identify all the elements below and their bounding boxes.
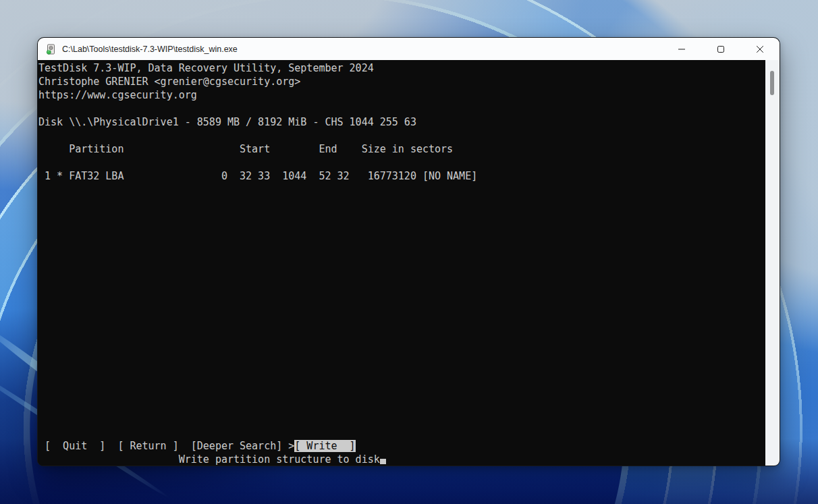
maximize-icon — [717, 45, 725, 53]
console-author-line: Christophe GRENIER <grenier@cgsecurity.o… — [38, 75, 765, 88]
status-line: Write partition structure to disk — [38, 453, 765, 466]
desktop-wallpaper: C:\Lab\Tools\testdisk-7.3-WIP\testdisk_w… — [0, 0, 818, 504]
console-text: TestDisk 7.3-WIP, Data Recovery Utility,… — [38, 60, 765, 183]
console-menu-area: [ Quit ] [ Return ] [Deeper Search] >[ W… — [38, 439, 765, 466]
disk-info-line: Disk \\.\PhysicalDrive1 - 8589 MB / 8192… — [38, 115, 765, 129]
console-banner-line: TestDisk 7.3-WIP, Data Recovery Utility,… — [38, 61, 765, 75]
console-blank-line — [38, 102, 765, 115]
menu-bar: [ Quit ] [ Return ] [Deeper Search] >[ W… — [38, 439, 765, 453]
menu-items[interactable]: [ Quit ] [ Return ] [Deeper Search] > — [38, 440, 294, 452]
text-cursor — [380, 459, 386, 464]
titlebar-left: C:\Lab\Tools\testdisk-7.3-WIP\testdisk_w… — [38, 38, 238, 60]
minimize-icon — [678, 45, 686, 53]
partition-table-row: 1 * FAT32 LBA 0 32 33 1044 52 32 1677312… — [38, 169, 765, 183]
hard-drive-icon — [45, 44, 56, 55]
scrollbar-thumb[interactable] — [770, 71, 774, 95]
window-titlebar[interactable]: C:\Lab\Tools\testdisk-7.3-WIP\testdisk_w… — [38, 38, 780, 60]
console-window: C:\Lab\Tools\testdisk-7.3-WIP\testdisk_w… — [37, 37, 780, 466]
caption-buttons — [662, 38, 780, 60]
console-blank-line — [38, 129, 765, 142]
close-button[interactable] — [740, 38, 780, 60]
console-output: TestDisk 7.3-WIP, Data Recovery Utility,… — [38, 60, 765, 466]
maximize-button[interactable] — [701, 38, 740, 60]
close-icon — [756, 45, 764, 53]
window-body: TestDisk 7.3-WIP, Data Recovery Utility,… — [38, 60, 780, 466]
status-text: Write partition structure to disk — [38, 453, 380, 466]
scrollbar[interactable] — [765, 60, 780, 466]
console-url-line: https://www.cgsecurity.org — [38, 88, 765, 102]
menu-item-write-selected[interactable]: [ Write ] — [294, 440, 355, 452]
window-title: C:\Lab\Tools\testdisk-7.3-WIP\testdisk_w… — [62, 45, 238, 54]
minimize-button[interactable] — [662, 38, 701, 60]
partition-table-header: Partition Start End Size in sectors — [38, 142, 765, 156]
console-blank-line — [38, 156, 765, 169]
